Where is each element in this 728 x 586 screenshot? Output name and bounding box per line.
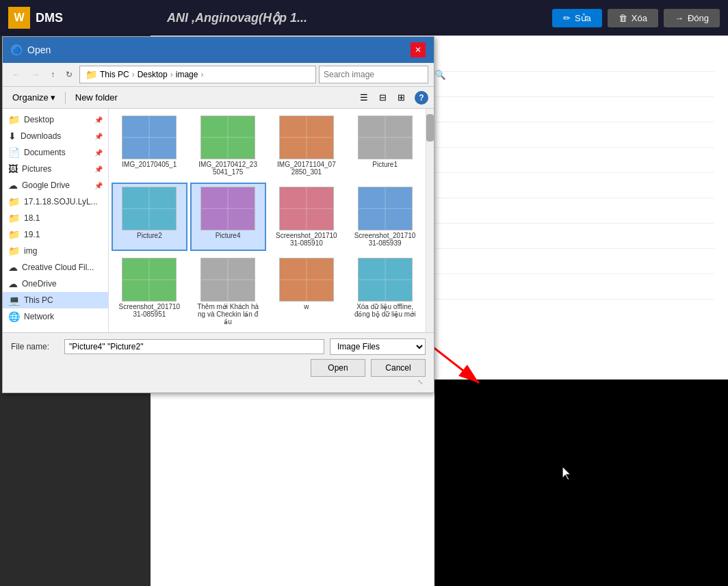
file-item-10[interactable]: w [269, 254, 345, 330]
filename-row: File name: Image Files [11, 338, 426, 355]
filetype-select[interactable]: Image Files [330, 338, 426, 355]
file-name-10: w [304, 303, 309, 310]
nav-item-label-4: Google Drive [22, 181, 70, 190]
nav-refresh-button[interactable]: ↻ [62, 67, 77, 82]
breadcrumb-desktop[interactable]: Desktop [138, 70, 168, 79]
file-item-2[interactable]: IMG_20171104_072850_301 [269, 111, 345, 180]
nav-item-8[interactable]: 📁img [3, 243, 108, 259]
search-input[interactable] [320, 68, 430, 81]
grid-scrollbar[interactable] [426, 109, 434, 332]
dialog-title-icon: 🔵 [11, 44, 22, 55]
view-grid-button[interactable]: ⊞ [393, 90, 409, 105]
cancel-button[interactable]: Cancel [371, 359, 426, 377]
filename-label: File name: [11, 342, 59, 351]
file-item-1[interactable]: IMG_20170412_235041_175 [190, 111, 266, 180]
nav-item-icon-2: 📄 [8, 147, 20, 158]
file-name-2: IMG_20171104_072850_301 [276, 161, 337, 176]
nav-item-label-11: This PC [24, 295, 53, 305]
breadcrumb-image[interactable]: image [176, 70, 198, 79]
dialog-close-button[interactable]: ✕ [411, 42, 426, 57]
file-thumb-2 [279, 116, 334, 159]
dialog-footer: File name: Image Files Open Cancel ⤡ [3, 332, 434, 392]
resize-handle[interactable]: ⤡ [11, 377, 426, 387]
nav-item-label-0: Desktop [24, 115, 54, 124]
nav-item-icon-1: ⬇ [8, 131, 16, 142]
top-bar: W DMS ANI ,Anginovag(Hộp 1... ✏ Sửa 🗑 Xó… [0, 0, 728, 36]
file-grid-wrap: IMG_20170405_1IMG_20170412_235041_175IMG… [109, 109, 426, 332]
file-item-7[interactable]: Screenshot_20171031-085939 [347, 183, 423, 251]
organize-button[interactable]: Organize ▾ [8, 90, 60, 105]
app-name: DMS [36, 11, 63, 25]
open-button[interactable]: Open [311, 359, 365, 377]
breadcrumb-bar: 📁 This PC › Desktop › image › [79, 66, 316, 83]
nav-item-4[interactable]: ☁Google Drive📌 [3, 177, 108, 194]
nav-up-button[interactable]: ↑ [47, 67, 59, 82]
file-item-4[interactable]: Picture2 [112, 183, 187, 251]
file-name-7: Screenshot_20171031-085939 [354, 232, 416, 247]
toolbar-divider [65, 92, 66, 104]
file-name-11: Xóa dữ liệu offline, đồng bộ dữ liệu mới [354, 303, 416, 318]
dialog-toolbar: Organize ▾ New folder ☰ ⊟ ⊞ ? [3, 87, 434, 109]
view-list-button[interactable]: ☰ [356, 90, 372, 105]
breadcrumb-thispc[interactable]: This PC [100, 70, 129, 79]
nav-item-icon-0: 📁 [8, 114, 20, 125]
file-thumb-1 [200, 116, 255, 159]
file-item-9[interactable]: Thêm mới Khách hàng và Checkin lần đầu [190, 254, 266, 330]
file-name-4: Picture2 [137, 232, 162, 239]
file-item-8[interactable]: Screenshot_20171031-085951 [112, 254, 187, 330]
file-thumb-0 [122, 116, 177, 159]
file-item-5[interactable]: Picture4 [190, 183, 266, 251]
nav-forward-button[interactable]: → [27, 67, 44, 82]
dropdown-arrow-icon: ▾ [51, 92, 55, 103]
file-thumb-9 [200, 258, 255, 302]
file-thumb-5 [200, 187, 255, 230]
view-details-button[interactable]: ⊟ [375, 90, 391, 105]
file-thumb-8 [122, 258, 177, 302]
dong-button[interactable]: → Đóng [664, 9, 720, 27]
file-name-5: Picture4 [216, 232, 241, 239]
nav-pin-icon-1: 📌 [94, 133, 103, 140]
nav-item-0[interactable]: 📁Desktop📌 [3, 111, 108, 128]
nav-pin-icon-2: 📌 [94, 149, 103, 157]
close-icon: → [675, 13, 684, 23]
nav-item-6[interactable]: 📁18.1 [3, 210, 108, 226]
nav-bar: ← → ↑ ↻ 📁 This PC › Desktop › image › 🔍 [3, 63, 434, 87]
nav-item-label-12: Network [24, 312, 54, 321]
left-navigation: 📁Desktop📌⬇Downloads📌📄Documents📌🖼Pictures… [3, 109, 109, 332]
file-item-3[interactable]: Picture1 [347, 111, 423, 180]
nav-item-11[interactable]: 💻This PC [3, 292, 108, 308]
file-thumb-7 [358, 187, 413, 230]
filename-input[interactable] [64, 339, 324, 354]
nav-item-5[interactable]: 📁17.1.18.SOJU.LyL... [3, 194, 108, 210]
nav-pin-icon-0: 📌 [94, 116, 103, 124]
nav-item-10[interactable]: ☁OneDrive [3, 276, 108, 292]
nav-item-3[interactable]: 🖼Pictures📌 [3, 161, 108, 177]
search-button[interactable]: 🔍 [430, 68, 450, 82]
nav-pin-icon-4: 📌 [94, 182, 103, 189]
nav-pin-icon-3: 📌 [94, 165, 103, 173]
nav-item-12[interactable]: 🌐Network [3, 308, 108, 325]
file-name-8: Screenshot_20171031-085951 [118, 303, 180, 318]
nav-item-icon-5: 📁 [8, 196, 20, 207]
nav-back-button[interactable]: ← [8, 67, 25, 82]
file-name-1: IMG_20170412_235041_175 [197, 161, 259, 176]
nav-item-2[interactable]: 📄Documents📌 [3, 144, 108, 161]
nav-item-icon-12: 🌐 [8, 311, 20, 322]
file-name-9: Thêm mới Khách hàng và Checkin lần đầu [197, 303, 259, 325]
file-item-6[interactable]: Screenshot_20171031-085910 [269, 183, 345, 251]
file-item-11[interactable]: Xóa dữ liệu offline, đồng bộ dữ liệu mới [347, 254, 423, 330]
nav-item-label-7: 19.1 [24, 230, 40, 239]
black-preview-area [434, 379, 728, 586]
xoa-button[interactable]: 🗑 Xóa [608, 9, 658, 27]
nav-item-icon-9: ☁ [8, 262, 18, 273]
file-item-0[interactable]: IMG_20170405_1 [112, 111, 187, 180]
help-button[interactable]: ? [415, 91, 428, 105]
nav-item-7[interactable]: 📁19.1 [3, 226, 108, 243]
nav-item-1[interactable]: ⬇Downloads📌 [3, 128, 108, 144]
nav-item-9[interactable]: ☁Creative Cloud Fil... [3, 259, 108, 276]
dialog-titlebar: 🔵 Open ✕ [3, 37, 434, 63]
file-name-3: Picture1 [372, 161, 398, 168]
new-folder-button[interactable]: New folder [71, 90, 122, 105]
sua-button[interactable]: ✏ Sửa [552, 9, 602, 27]
file-thumb-6 [279, 187, 334, 230]
